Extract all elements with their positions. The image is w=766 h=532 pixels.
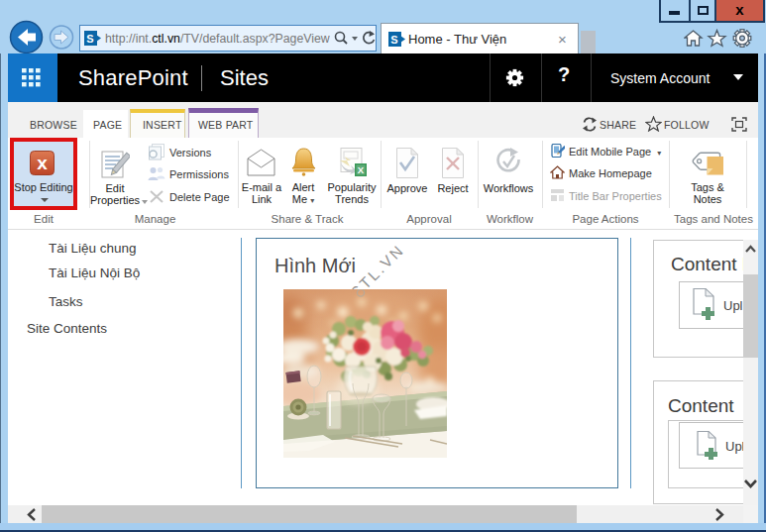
svg-text:X: X <box>358 164 365 175</box>
svg-text:x: x <box>37 153 48 173</box>
svg-text:S: S <box>390 34 397 46</box>
svg-text:S: S <box>86 33 93 45</box>
